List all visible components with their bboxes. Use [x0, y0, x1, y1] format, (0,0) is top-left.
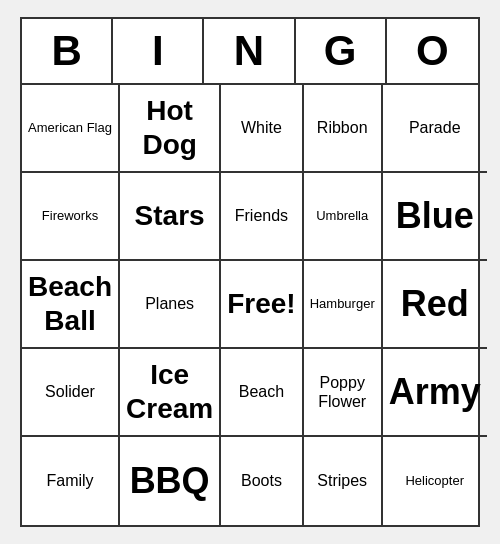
cell-text: Beach Ball: [28, 270, 112, 337]
bingo-cell: Hot Dog: [120, 85, 221, 173]
cell-text: Hot Dog: [126, 94, 213, 161]
bingo-cell: BBQ: [120, 437, 221, 525]
bingo-cell: Ice Cream: [120, 349, 221, 437]
bingo-cell: American Flag: [22, 85, 120, 173]
cell-text: Boots: [241, 471, 282, 490]
header-letter: I: [113, 19, 204, 83]
bingo-cell: Free!: [221, 261, 303, 349]
bingo-cell: Boots: [221, 437, 303, 525]
cell-text: Ice Cream: [126, 358, 213, 425]
cell-text: American Flag: [28, 120, 112, 136]
cell-text: Planes: [145, 294, 194, 313]
bingo-cell: White: [221, 85, 303, 173]
header-letter: G: [296, 19, 387, 83]
cell-text: BBQ: [130, 459, 210, 502]
header-letter: B: [22, 19, 113, 83]
bingo-cell: Stripes: [304, 437, 383, 525]
bingo-cell: Beach: [221, 349, 303, 437]
cell-text: Helicopter: [405, 473, 464, 489]
cell-text: Stars: [135, 199, 205, 233]
cell-text: Free!: [227, 287, 295, 321]
bingo-cell: Beach Ball: [22, 261, 120, 349]
bingo-grid: American FlagHot DogWhiteRibbonParadeFir…: [22, 85, 478, 525]
bingo-cell: Army: [383, 349, 487, 437]
bingo-cell: Ribbon: [304, 85, 383, 173]
cell-text: Army: [389, 370, 481, 413]
cell-text: Hamburger: [310, 296, 375, 312]
bingo-cell: Fireworks: [22, 173, 120, 261]
cell-text: Ribbon: [317, 118, 368, 137]
bingo-cell: Red: [383, 261, 487, 349]
bingo-cell: Family: [22, 437, 120, 525]
bingo-cell: Blue: [383, 173, 487, 261]
cell-text: Blue: [396, 194, 474, 237]
cell-text: Fireworks: [42, 208, 98, 224]
cell-text: Red: [401, 282, 469, 325]
cell-text: Friends: [235, 206, 288, 225]
bingo-cell: Hamburger: [304, 261, 383, 349]
cell-text: Solider: [45, 382, 95, 401]
cell-text: Poppy Flower: [310, 373, 375, 411]
header-letter: N: [204, 19, 295, 83]
cell-text: Parade: [409, 118, 461, 137]
bingo-card: BINGO American FlagHot DogWhiteRibbonPar…: [20, 17, 480, 527]
bingo-cell: Umbrella: [304, 173, 383, 261]
cell-text: Stripes: [317, 471, 367, 490]
bingo-cell: Solider: [22, 349, 120, 437]
bingo-cell: Poppy Flower: [304, 349, 383, 437]
cell-text: White: [241, 118, 282, 137]
bingo-cell: Stars: [120, 173, 221, 261]
bingo-cell: Planes: [120, 261, 221, 349]
cell-text: Beach: [239, 382, 284, 401]
cell-text: Umbrella: [316, 208, 368, 224]
bingo-header: BINGO: [22, 19, 478, 85]
cell-text: Family: [46, 471, 93, 490]
bingo-cell: Helicopter: [383, 437, 487, 525]
bingo-cell: Friends: [221, 173, 303, 261]
header-letter: O: [387, 19, 478, 83]
bingo-cell: Parade: [383, 85, 487, 173]
